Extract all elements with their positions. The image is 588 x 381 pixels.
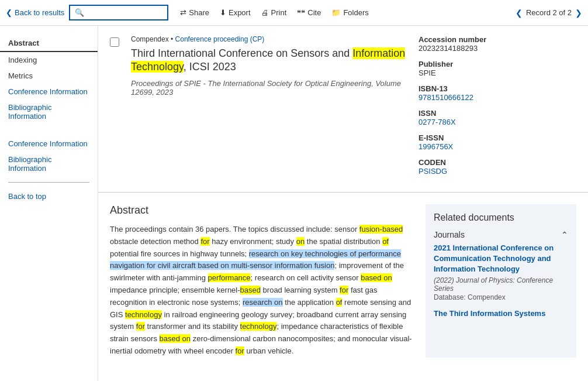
record-navigation: ❮ Record 2 of 2 ❯ (516, 8, 582, 18)
related-item-1: 2021 International Conference on Communi… (434, 243, 568, 301)
back-to-results-button[interactable]: ❮ Back to results (6, 8, 64, 17)
related-item-1-db: Database: Compendex (434, 293, 568, 301)
related-section-journals: Journals ⌃ 2021 International Conference… (434, 230, 568, 319)
content-area: Compendex • Conference proceeding (CP) T… (98, 26, 588, 381)
related-documents-panel: Related documents Journals ⌃ 2021 Intern… (426, 204, 576, 358)
next-record-button[interactable]: ❯ (575, 8, 582, 18)
related-item-2-title[interactable]: The Third Information Systems (434, 308, 568, 319)
folders-icon: 📁 (331, 8, 341, 17)
export-icon: ⬇ (220, 8, 226, 17)
abstract-title: Abstract (110, 204, 414, 217)
journals-label: Journals (434, 230, 465, 239)
publisher-value: SPIE (418, 68, 576, 77)
issn-value[interactable]: 0277-786X (418, 118, 456, 126)
proceeding-type-link[interactable]: Conference proceeding (CP) (175, 35, 265, 43)
abstract-highlight-10: research on (243, 298, 283, 307)
journals-section-header[interactable]: Journals ⌃ (434, 230, 568, 243)
abstract-highlight-15: based on (160, 334, 191, 343)
sidebar-item-conference-information[interactable]: Conference Information (0, 84, 98, 99)
prev-record-button[interactable]: ❮ (516, 8, 523, 18)
abstract-highlight-9: for (340, 286, 348, 294)
abstract-highlight-12: technology (125, 310, 162, 319)
folders-button[interactable]: 📁 Folders (327, 6, 373, 19)
sidebar-item-indexing[interactable]: Indexing (0, 52, 98, 68)
sidebar-item-abstract[interactable]: Abstract (0, 35, 98, 52)
share-button[interactable]: ⇄ Share (175, 6, 214, 19)
sidebar-bottom: Conference Information Bibliographic Inf… (0, 136, 98, 204)
source-type: Compendex (131, 35, 169, 43)
meta-coden: CODEN PSISDG (418, 158, 576, 176)
record-journal: Proceedings of SPIE - The International … (131, 79, 407, 97)
main-layout: Abstract Indexing Metrics Conference Inf… (0, 26, 588, 381)
abstract-highlight-8: based (240, 286, 261, 294)
abstract-section: Abstract The proceedings contain 36 pape… (98, 193, 588, 369)
eissn-value[interactable]: 1996756X (418, 142, 453, 151)
related-item-1-meta: (2022) Journal of Physics: Conference Se… (434, 276, 568, 293)
share-icon: ⇄ (180, 8, 186, 17)
coden-value[interactable]: PSISDG (418, 167, 447, 176)
title-highlight-2: Technology (131, 61, 184, 73)
title-highlight-1: Information (352, 47, 405, 59)
sidebar-bottom-conference-information[interactable]: Conference Information (0, 136, 98, 152)
sidebar-item-metrics[interactable]: Metrics (0, 68, 98, 84)
accession-label: Accession number (418, 35, 576, 44)
print-icon: 🖨 (261, 8, 269, 17)
abstract-highlight-5: research on key technologies of performa… (110, 249, 401, 270)
back-to-top-link[interactable]: Back to top (0, 188, 98, 204)
related-item-2: The Third Information Systems (434, 308, 568, 319)
print-button[interactable]: 🖨 Print (257, 6, 292, 19)
meta-panel: Accession number 20232314188293 Publishe… (418, 35, 576, 183)
isbn-label: ISBN-13 (418, 84, 576, 93)
abstract-highlight-14: technology (240, 322, 277, 331)
cite-button[interactable]: ❝❝ Cite (292, 6, 326, 19)
abstract-content: Abstract The proceedings contain 36 pape… (110, 204, 414, 358)
journal-text: Proceedings of SPIE - The International … (131, 79, 371, 88)
publisher-label: Publisher (418, 60, 576, 68)
search-input[interactable] (69, 5, 168, 20)
meta-isbn: ISBN-13 9781510666122 (418, 84, 576, 102)
sidebar-item-bibliographic-information[interactable]: Bibliographic Information (0, 99, 98, 124)
abstract-highlight-11: of (336, 298, 343, 307)
abstract-text: The proceedings contain 36 papers. The t… (110, 224, 414, 358)
source-line: Compendex • Conference proceeding (CP) (131, 35, 407, 43)
abstract-highlight-7: based on (361, 273, 392, 282)
abstract-highlight-2: for (200, 237, 209, 246)
record-meta: Compendex • Conference proceeding (CP) T… (131, 35, 407, 183)
issn-label: ISSN (418, 109, 576, 118)
sidebar-divider (8, 182, 89, 183)
meta-accession: Accession number 20232314188293 (418, 35, 576, 53)
record-section: Compendex • Conference proceeding (CP) T… (98, 26, 588, 193)
abstract-highlight-3: on (296, 237, 305, 246)
back-label: Back to results (15, 8, 64, 17)
abstract-highlight-6: performance (208, 273, 251, 282)
eissn-label: E-ISSN (418, 133, 576, 142)
record-checkbox[interactable] (110, 37, 119, 47)
sidebar: Abstract Indexing Metrics Conference Inf… (0, 26, 98, 381)
collapse-icon: ⌃ (561, 230, 568, 239)
export-button[interactable]: ⬇ Export (215, 6, 255, 19)
coden-label: CODEN (418, 158, 576, 167)
toolbar-actions: ⇄ Share ⬇ Export 🖨 Print ❝❝ Cite 📁 Folde… (175, 6, 373, 19)
meta-eissn: E-ISSN 1996756X (418, 133, 576, 151)
left-arrow-icon: ❮ (6, 8, 12, 17)
sidebar-bottom-bibliographic-information[interactable]: Bibliographic Information (0, 152, 98, 176)
isbn-value[interactable]: 9781510666122 (418, 93, 473, 102)
abstract-highlight-4: of (382, 237, 389, 246)
meta-issn: ISSN 0277-786X (418, 109, 576, 126)
accession-value: 20232314188293 (418, 44, 576, 53)
related-docs-title: Related documents (434, 212, 568, 223)
abstract-highlight-13: for (136, 322, 145, 331)
toolbar: ❮ Back to results ⇄ Share ⬇ Export 🖨 Pri… (0, 0, 588, 26)
cite-icon: ❝❝ (297, 8, 305, 17)
record-title: Third International Conference on Sensor… (131, 47, 407, 74)
meta-publisher: Publisher SPIE (418, 60, 576, 77)
related-item-1-title[interactable]: 2021 International Conference on Communi… (434, 243, 568, 275)
abstract-highlight-1: fusion-based (359, 225, 403, 234)
checkbox-col (110, 35, 119, 183)
record-count-text: Record 2 of 2 (526, 8, 572, 17)
abstract-highlight-16: for (236, 346, 244, 355)
